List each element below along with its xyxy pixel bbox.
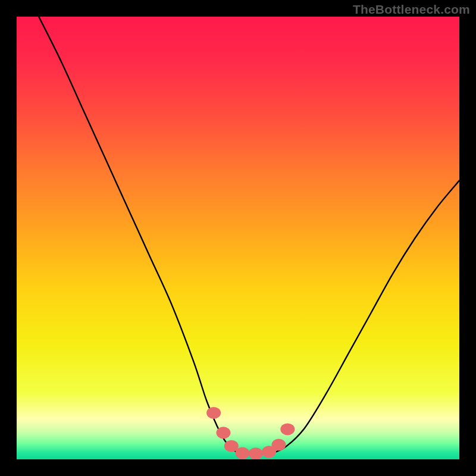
chart-frame: TheBottleneck.com xyxy=(0,0,476,476)
marker-point xyxy=(216,427,230,439)
watermark-text: TheBottleneck.com xyxy=(353,2,470,17)
marker-point xyxy=(249,447,263,459)
marker-point xyxy=(280,423,295,435)
bottleneck-curve xyxy=(39,17,459,454)
curve-layer xyxy=(17,17,459,459)
marker-point xyxy=(271,439,286,450)
highlight-markers xyxy=(206,407,295,459)
marker-point xyxy=(235,447,249,459)
marker-point xyxy=(206,407,221,419)
plot-area xyxy=(17,17,459,459)
